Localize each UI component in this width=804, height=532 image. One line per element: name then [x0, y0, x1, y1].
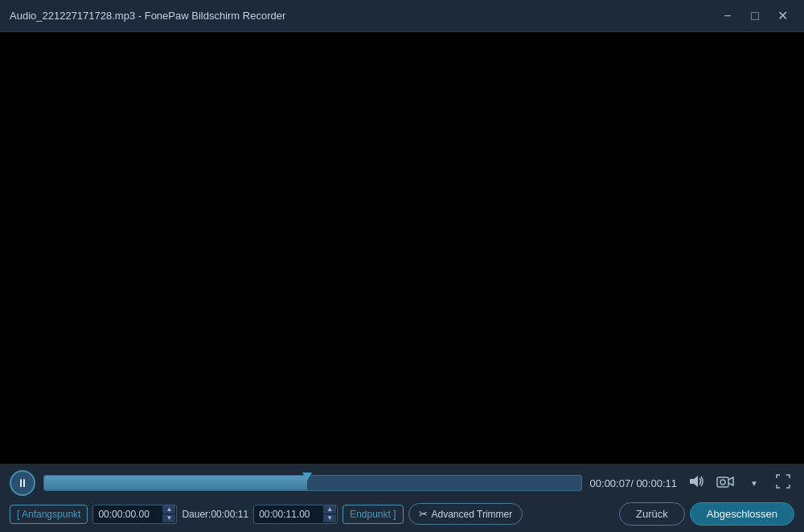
- svg-marker-0: [690, 476, 698, 487]
- endpunkt-label: Endpunkt ]: [350, 509, 396, 520]
- abgeschlossen-button[interactable]: Abgeschlossen: [690, 502, 794, 526]
- scissors-icon: ✂: [419, 508, 428, 520]
- start-time-down-button[interactable]: ▼: [162, 514, 175, 522]
- advanced-trimmer-label: Advanced Trimmer: [432, 509, 513, 520]
- end-time-input-container: ▲ ▼: [253, 505, 338, 524]
- end-time-spinners: ▲ ▼: [323, 505, 336, 522]
- zurueck-button[interactable]: Zurück: [619, 502, 685, 526]
- playback-row: ⏸ 00:00:07/ 00:00:11: [10, 470, 794, 496]
- end-time-down-button[interactable]: ▼: [323, 514, 336, 522]
- media-display-area: [0, 32, 804, 464]
- right-icons: ▼: [685, 472, 794, 494]
- time-display: 00:00:07/ 00:00:11: [590, 477, 677, 489]
- title-bar: Audio_221227171728.mp3 - FonePaw Bildsch…: [0, 0, 804, 32]
- volume-icon: [688, 474, 704, 492]
- end-time-up-button[interactable]: ▲: [323, 505, 336, 514]
- camera-dropdown-button[interactable]: ▼: [743, 472, 765, 494]
- play-pause-button[interactable]: ⏸: [10, 470, 35, 496]
- timeline-track[interactable]: [43, 475, 582, 491]
- bottom-controls-panel: ⏸ 00:00:07/ 00:00:11: [0, 464, 804, 532]
- advanced-trimmer-button[interactable]: ✂ Advanced Trimmer: [408, 503, 523, 525]
- timeline-container[interactable]: [43, 472, 582, 494]
- pause-icon: ⏸: [17, 477, 28, 489]
- svg-point-2: [720, 480, 725, 485]
- camera-button[interactable]: [714, 472, 736, 494]
- fullscreen-button[interactable]: [772, 472, 794, 494]
- timeline-thumb[interactable]: [302, 473, 312, 481]
- maximize-button[interactable]: □: [743, 4, 767, 28]
- timeline-fill: [44, 476, 307, 490]
- close-button[interactable]: ✕: [770, 4, 794, 28]
- start-time-spinners: ▲ ▼: [162, 505, 175, 522]
- minimize-button[interactable]: −: [716, 4, 740, 28]
- anfangspunkt-label: [ Anfangspunkt: [17, 509, 80, 520]
- anfangspunkt-button[interactable]: [ Anfangspunkt: [10, 505, 88, 524]
- camera-icon: [716, 474, 734, 492]
- start-time-input-container: ▲ ▼: [92, 505, 177, 524]
- trim-controls-row: [ Anfangspunkt ▲ ▼ Dauer:00:00:11 ▲ ▼ En…: [10, 502, 794, 526]
- window-title: Audio_221227171728.mp3 - FonePaw Bildsch…: [10, 10, 285, 22]
- title-bar-left: Audio_221227171728.mp3 - FonePaw Bildsch…: [10, 10, 285, 22]
- volume-button[interactable]: [685, 472, 708, 494]
- svg-rect-1: [717, 477, 728, 487]
- endpunkt-button[interactable]: Endpunkt ]: [343, 505, 403, 524]
- duration-label: Dauer:00:00:11: [182, 509, 248, 520]
- chevron-down-icon: ▼: [750, 479, 758, 488]
- title-controls: − □ ✕: [716, 4, 794, 28]
- fullscreen-icon: [776, 474, 790, 492]
- start-time-up-button[interactable]: ▲: [162, 505, 175, 514]
